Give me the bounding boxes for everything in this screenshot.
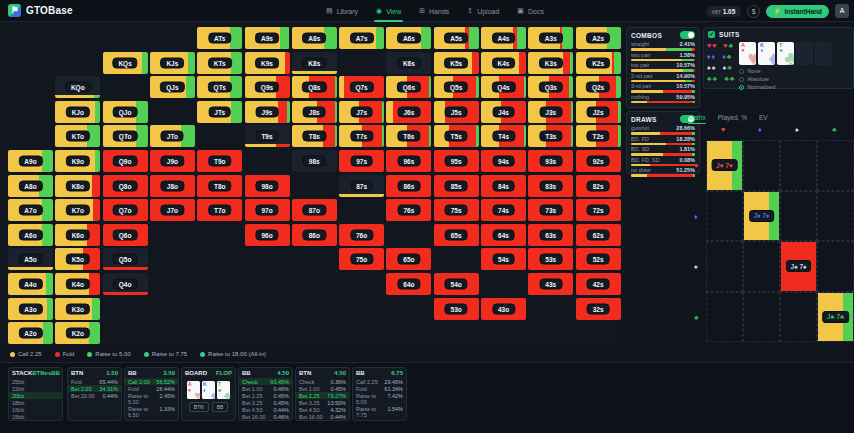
suit-pair[interactable]: ♦♦: [707, 53, 715, 60]
hand-cell-53o[interactable]: 53o: [434, 298, 479, 320]
hand-cell-64o[interactable]: 64o: [386, 273, 431, 295]
action-row[interactable]: Call 2.0056.52%: [125, 378, 178, 385]
hand-cell-K6s[interactable]: K6s: [386, 52, 431, 74]
hand-cell-KQo[interactable]: KQo: [55, 76, 100, 98]
suit-pair[interactable]: ♣♣: [724, 75, 734, 82]
position-button-bb[interactable]: BB: [212, 402, 229, 412]
hand-cell-86s[interactable]: 86s: [386, 175, 431, 197]
hand-cell-Q4o[interactable]: Q4o: [103, 273, 148, 295]
hand-cell-KQs[interactable]: KQs: [103, 52, 148, 74]
hand-cell-94s[interactable]: 94s: [481, 150, 526, 172]
action-row[interactable]: Bet 4.504.32%: [296, 406, 349, 413]
hand-cell-A7s[interactable]: A7s: [339, 27, 384, 49]
hand-cell-K3s[interactable]: K3s: [528, 52, 573, 74]
instanthand-button[interactable]: ⚡ InstantHand: [766, 5, 829, 18]
hand-cell-Q6o[interactable]: Q6o: [103, 224, 148, 246]
action-row[interactable]: Bet 3.2513.50%: [296, 399, 349, 406]
stack-item-16bb[interactable]: 16bb: [9, 406, 62, 413]
hand-cell-97o[interactable]: 97o: [245, 199, 290, 221]
hand-cell-ATs[interactable]: ATs: [197, 27, 242, 49]
hand-cell-A3s[interactable]: A3s: [528, 27, 573, 49]
view-tab-played[interactable]: Played, %: [718, 114, 747, 123]
suit-combo-cell[interactable]: J♣ 7♣: [817, 292, 854, 343]
hand-cell-Q6s[interactable]: Q6s: [386, 76, 431, 98]
hand-cell-Q7o[interactable]: Q7o: [103, 199, 148, 221]
hand-cell-Q2s[interactable]: Q2s: [576, 76, 621, 98]
suit-pair[interactable]: ♥♥: [707, 42, 716, 49]
hand-cell-K8o[interactable]: K8o: [55, 175, 100, 197]
suit-pair[interactable]: ♣♣: [707, 75, 717, 82]
hand-cell-T9s[interactable]: T9s: [245, 125, 290, 147]
hand-cell-87s[interactable]: 87s: [339, 175, 384, 197]
hand-cell-96s[interactable]: 96s: [386, 150, 431, 172]
action-row[interactable]: Bet 3.250.45%: [239, 399, 292, 406]
hand-cell-A6o[interactable]: A6o: [8, 224, 53, 246]
hand-cell-A5s[interactable]: A5s: [434, 27, 479, 49]
hand-cell-K3o[interactable]: K3o: [55, 298, 100, 320]
hand-cell-K5s[interactable]: K5s: [434, 52, 479, 74]
action-row[interactable]: Bet 4.500.44%: [239, 406, 292, 413]
suit-combo-cell[interactable]: [817, 140, 854, 191]
hand-cell-32s[interactable]: 32s: [576, 298, 621, 320]
app-logo[interactable]: ⚑ GTOBase: [8, 4, 73, 17]
hand-cell-72s[interactable]: 72s: [576, 199, 621, 221]
hand-cell-KTs[interactable]: KTs: [197, 52, 242, 74]
board-card-K♦[interactable]: K♦ ♦: [758, 42, 775, 65]
hand-cell-KTo[interactable]: KTo: [55, 125, 100, 147]
hand-cell-92s[interactable]: 92s: [576, 150, 621, 172]
stack-item-22bb[interactable]: 22bb: [9, 385, 62, 392]
hand-cell-T8o[interactable]: T8o: [197, 175, 242, 197]
hand-cell-K2o[interactable]: K2o: [55, 322, 100, 344]
hand-cell-98s[interactable]: 98s: [292, 150, 337, 172]
hand-cell-75s[interactable]: 75s: [434, 199, 479, 221]
hand-cell-Q8o[interactable]: Q8o: [103, 175, 148, 197]
hand-cell-63s[interactable]: 63s: [528, 224, 573, 246]
hand-cell-A7o[interactable]: A7o: [8, 199, 53, 221]
hand-cell-76s[interactable]: 76s: [386, 199, 431, 221]
suit-combo-cell[interactable]: [743, 140, 780, 191]
hand-cell-J8o[interactable]: J8o: [150, 175, 195, 197]
hand-cell-QTo[interactable]: QTo: [103, 125, 148, 147]
hand-cell-K4s[interactable]: K4s: [481, 52, 526, 74]
action-row[interactable]: Bet 2.0034.31%: [68, 385, 121, 392]
hand-cell-K6o[interactable]: K6o: [55, 224, 100, 246]
hand-cell-KJo[interactable]: KJo: [55, 101, 100, 123]
action-row[interactable]: Raise to 6.501.33%: [125, 405, 178, 418]
hand-cell-K2s[interactable]: K2s: [576, 52, 621, 74]
stack-item-15bb[interactable]: 15bb: [9, 413, 62, 420]
suit-combo-cell[interactable]: [780, 140, 817, 191]
hand-cell-J7o[interactable]: J7o: [150, 199, 195, 221]
coin-icon[interactable]: $: [747, 5, 760, 18]
nav-tab-docs[interactable]: ▣Docs: [517, 0, 544, 22]
hand-cell-J7s[interactable]: J7s: [339, 101, 384, 123]
hand-cell-T4s[interactable]: T4s: [481, 125, 526, 147]
suit-pair[interactable]: ♠♠: [707, 64, 715, 71]
hand-cell-T6s[interactable]: T6s: [386, 125, 431, 147]
hand-cell-74s[interactable]: 74s: [481, 199, 526, 221]
suit-combo-cell[interactable]: J♦ 7♦: [743, 191, 780, 242]
hand-cell-J9s[interactable]: J9s: [245, 101, 290, 123]
nav-tab-hands[interactable]: ⊞Hands: [419, 0, 449, 22]
suit-combo-cell[interactable]: [780, 191, 817, 242]
board-card-A♥[interactable]: A♥ ♥: [739, 42, 756, 65]
action-row[interactable]: Raise to 20.0013.43%: [125, 418, 178, 421]
hand-cell-K4o[interactable]: K4o: [55, 273, 100, 295]
hand-cell-82s[interactable]: 82s: [576, 175, 621, 197]
hand-cell-54o[interactable]: 54o: [434, 273, 479, 295]
suit-combo-cell[interactable]: [817, 241, 854, 292]
action-row[interactable]: Fold26.44%: [125, 385, 178, 392]
hand-cell-K8s[interactable]: K8s: [292, 52, 337, 74]
hand-cell-A8o[interactable]: A8o: [8, 175, 53, 197]
hand-cell-87o[interactable]: 87o: [292, 199, 337, 221]
hand-cell-Q8s[interactable]: Q8s: [292, 76, 337, 98]
hand-cell-43o[interactable]: 43o: [481, 298, 526, 320]
hand-cell-J5s[interactable]: J5s: [434, 101, 479, 123]
hand-cell-Q9o[interactable]: Q9o: [103, 150, 148, 172]
hand-cell-42s[interactable]: 42s: [576, 273, 621, 295]
hand-cell-73s[interactable]: 73s: [528, 199, 573, 221]
hand-cell-A9o[interactable]: A9o: [8, 150, 53, 172]
action-row[interactable]: Bet 2.250.45%: [239, 392, 292, 399]
hand-cell-T3s[interactable]: T3s: [528, 125, 573, 147]
suits-checkbox[interactable]: ✓: [708, 31, 715, 38]
hand-cell-84s[interactable]: 84s: [481, 175, 526, 197]
